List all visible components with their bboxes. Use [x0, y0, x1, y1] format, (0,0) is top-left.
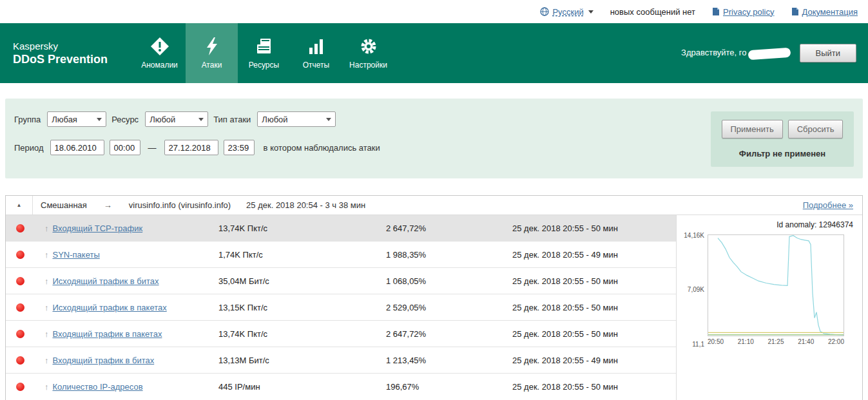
attack-group-header: ▲ Смешанная → virusinfo.info (virusinfo.…: [6, 196, 862, 215]
attack-percent: 1 213,45%: [386, 356, 483, 365]
attack-status-dot: [16, 251, 24, 259]
anomaly-chart[interactable]: [708, 234, 844, 336]
trend-up-icon: ↑: [44, 224, 49, 233]
apply-filter-button[interactable]: Применить: [722, 120, 783, 138]
messages-status: новых сообщений нет: [610, 7, 695, 17]
attack-resource: virusinfo.info (virusinfo.info): [129, 200, 231, 210]
language-link[interactable]: Русский: [552, 7, 583, 17]
attack-metric-link[interactable]: Входящий трафик в пакетах: [53, 329, 162, 339]
period-hint: в котором наблюдались атаки: [264, 143, 380, 153]
attack-percent: 196,67%: [386, 382, 483, 392]
x-axis-ticks: 20:50 21:10 21:25 21:40 22:00: [708, 338, 844, 345]
trend-up-icon: ↑: [44, 329, 49, 339]
privacy-policy[interactable]: Privacy policy: [712, 7, 774, 17]
nav-item-reports[interactable]: Отчеты: [290, 23, 342, 83]
document-icon: [791, 7, 799, 16]
x-axis-tick: 21:10: [738, 338, 754, 345]
attack-status-dot: [16, 303, 24, 312]
attack-status-dot: [16, 277, 24, 285]
attack-value: 13,74K Пкт/с: [218, 329, 386, 339]
nav-item-attacks[interactable]: Атаки: [186, 23, 238, 83]
attack-period: 25 дек. 2018 20:54 - 3 ч 38 мин: [246, 200, 365, 210]
attack-percent: 1 988,35%: [386, 250, 483, 260]
nav-label: Ресурсы: [249, 61, 279, 70]
attack-time: 25 дек. 2018 20:55 - 50 мин: [483, 303, 676, 312]
attack-type-select-value: Любой: [262, 115, 287, 124]
collapse-toggle[interactable]: ▲: [6, 196, 33, 214]
details-link[interactable]: Подробнее »: [803, 200, 853, 210]
table-row[interactable]: ↑SYN-пакеты 1,74K Пкт/с 1 988,35% 25 дек…: [6, 242, 676, 268]
time-from-input[interactable]: [110, 140, 140, 155]
table-row[interactable]: ↑Исходящий трафик в битах 35,04M Бит/с 1…: [6, 268, 676, 294]
topbar: Русский новых сообщений нет Privacy poli…: [0, 0, 868, 23]
greeting-text: Здравствуйте, го: [681, 48, 790, 58]
attack-time: 25 дек. 2018 20:55 - 49 мин: [483, 356, 676, 365]
filter-status-text: Фильтр не применен: [719, 149, 846, 158]
date-from-input[interactable]: [50, 140, 104, 155]
attacks-table: ▲ Смешанная → virusinfo.info (virusinfo.…: [5, 195, 863, 400]
document-icon: [712, 7, 720, 16]
anomaly-rows: ↑Входящий TCP-трафик 13,74K Пкт/с 2 647,…: [6, 215, 677, 400]
x-axis-tick: 22:00: [828, 338, 844, 345]
reset-filter-button[interactable]: Сбросить: [788, 120, 844, 138]
table-row[interactable]: ↑Исходящий трафик в пакетах 13,15K Пкт/с…: [6, 294, 676, 321]
table-row[interactable]: ↑Количество IP-адресов 445 IP/мин 196,67…: [6, 374, 676, 400]
resource-label: Ресурс: [111, 115, 139, 124]
attack-metric-link[interactable]: Исходящий трафик в битах: [53, 276, 159, 286]
group-select-value: Любая: [52, 115, 77, 124]
y-axis-tick: 7,09K: [679, 286, 708, 293]
attack-status-dot: [16, 356, 24, 365]
privacy-policy-link[interactable]: Privacy policy: [723, 7, 774, 17]
select-caret-icon: [326, 118, 331, 121]
nav-label: Атаки: [202, 61, 222, 70]
app-header: Kaspersky DDoS Prevention Аномалии Атаки: [0, 23, 868, 83]
brand-logo: Kaspersky DDoS Prevention: [0, 23, 133, 83]
bar-chart-icon: [307, 37, 326, 56]
table-row[interactable]: ↑Входящий трафик в пакетах 13,74K Пкт/с …: [6, 321, 676, 347]
documentation[interactable]: Документация: [791, 7, 858, 17]
attack-value: 13,13M Бит/с: [218, 356, 386, 365]
table-row[interactable]: ↑Входящий трафик в битах 13,13M Бит/с 1 …: [6, 347, 676, 374]
nav-item-resources[interactable]: Ресурсы: [238, 23, 290, 83]
main-nav: Аномалии Атаки Ресурсы Отчеты: [133, 23, 394, 83]
date-to-input[interactable]: [164, 140, 218, 155]
attack-metric-link[interactable]: Количество IP-адресов: [53, 382, 143, 392]
collapse-triangle-icon: ▲: [17, 202, 22, 208]
trend-up-icon: ↑: [44, 356, 49, 365]
nav-label: Настройки: [349, 61, 387, 70]
attack-metric-link[interactable]: Исходящий трафик в пакетах: [53, 303, 167, 312]
attack-value: 1,74K Пкт/с: [218, 250, 386, 260]
logout-button[interactable]: Выйти: [800, 44, 857, 62]
nav-item-settings[interactable]: Настройки: [342, 23, 394, 83]
period-dash: —: [148, 143, 157, 153]
filter-actions-box: Применить Сбросить Фильтр не применен: [711, 111, 854, 167]
attack-type-select[interactable]: Любой: [257, 111, 336, 127]
anomaly-chart-svg: [708, 235, 844, 336]
attack-value: 35,04M Бит/с: [218, 276, 386, 286]
nav-item-anomalies[interactable]: Аномалии: [133, 23, 186, 83]
attack-percent: 2 647,72%: [386, 329, 483, 339]
select-caret-icon: [97, 118, 102, 121]
table-row[interactable]: ↑Входящий TCP-трафик 13,74K Пкт/с 2 647,…: [6, 215, 676, 242]
attack-percent: 2 647,72%: [386, 224, 483, 233]
nav-label: Аномалии: [141, 61, 178, 70]
attack-metric-link[interactable]: SYN-пакеты: [53, 250, 100, 260]
group-label: Группа: [14, 115, 41, 124]
attack-metric-link[interactable]: Входящий трафик в битах: [53, 356, 155, 365]
trend-up-icon: ↑: [44, 382, 49, 392]
gear-icon: [359, 37, 378, 56]
group-select[interactable]: Любая: [47, 111, 106, 127]
attack-time: 25 дек. 2018 20:55 - 50 мин: [483, 224, 676, 233]
brand-line1: Kaspersky: [13, 41, 133, 52]
language-caret-icon: [588, 10, 593, 14]
resources-icon: [255, 37, 274, 56]
alert-diamond-icon: [150, 37, 169, 56]
attack-metric-link[interactable]: Входящий TCP-трафик: [53, 224, 143, 233]
globe-icon: [540, 7, 549, 16]
time-to-input[interactable]: [224, 140, 255, 155]
documentation-link[interactable]: Документация: [802, 7, 858, 17]
x-axis-tick: 21:40: [798, 338, 814, 345]
language-selector[interactable]: Русский: [540, 7, 593, 17]
resource-select[interactable]: Любой: [145, 111, 208, 127]
attack-status-dot: [16, 224, 24, 233]
